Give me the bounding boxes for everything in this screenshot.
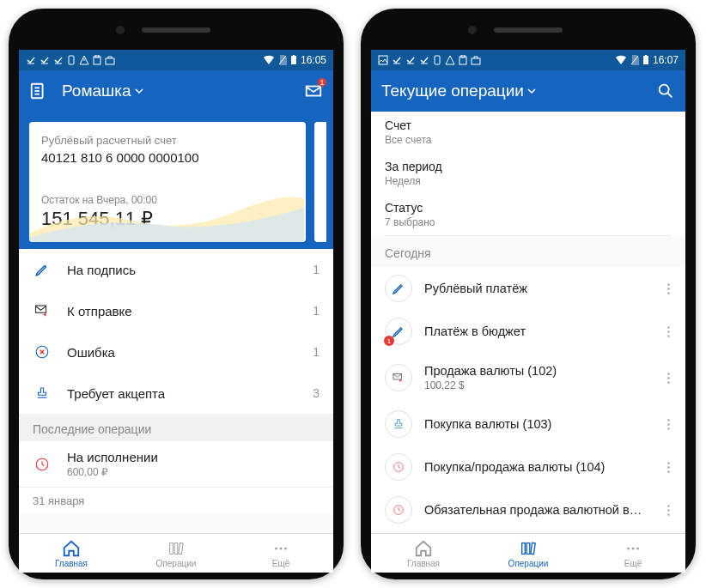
- day-header: Сегодня: [371, 236, 685, 267]
- nav-label: Операции: [508, 559, 549, 568]
- mail-button[interactable]: 1: [304, 82, 323, 100]
- appbar-title: Ромашка: [62, 82, 131, 100]
- org-icon[interactable]: [29, 82, 48, 100]
- check-icon: [40, 55, 50, 65]
- phone-frame-2: 16:07 Текущие операции Счет Все счета За…: [361, 9, 696, 579]
- svg-rect-39: [393, 373, 401, 379]
- svg-line-38: [668, 94, 673, 98]
- svg-rect-9: [291, 56, 296, 64]
- more-button[interactable]: [660, 283, 677, 294]
- account-card[interactable]: Рублёвый расчетный счет 40121 810 6 0000…: [29, 122, 306, 242]
- filter-value: Все счета: [385, 134, 672, 146]
- statusbar-time: 16:05: [301, 54, 326, 66]
- phone-camera: [116, 26, 125, 34]
- screen-2: 16:07 Текущие операции Счет Все счета За…: [371, 50, 685, 573]
- more-button[interactable]: [660, 326, 677, 337]
- date-row: 31 января: [19, 487, 333, 514]
- appbar-title-dropdown[interactable]: Ромашка: [62, 82, 290, 100]
- status-row-sign[interactable]: На подпись 1: [19, 249, 333, 290]
- account-type-label: Рублёвый расчетный счет: [41, 134, 294, 147]
- appbar-title: Текущие операции: [381, 82, 524, 100]
- op-amount: 600,00 ₽: [67, 466, 320, 478]
- svg-point-25: [284, 547, 287, 549]
- more-icon: [624, 539, 642, 558]
- bag-icon: [471, 55, 481, 65]
- filter-label: Статус: [385, 201, 672, 215]
- search-button[interactable]: [656, 82, 675, 100]
- filter-period[interactable]: За период Неделя: [371, 153, 685, 194]
- svg-rect-20: [170, 543, 173, 554]
- op-label: Обязательная продажа валютной вы...: [424, 503, 648, 517]
- svg-rect-33: [472, 58, 480, 64]
- svg-point-46: [627, 547, 630, 549]
- clock-icon: [385, 453, 412, 481]
- op-row[interactable]: Рублёвый платёж: [371, 267, 685, 310]
- image-icon: [378, 55, 388, 65]
- nav-operations[interactable]: Операции: [124, 534, 228, 573]
- filter-account[interactable]: Счет Все счета: [371, 112, 685, 153]
- nav-label: Операции: [156, 559, 197, 568]
- op-amount: 100,22 $: [424, 379, 648, 391]
- nav-more[interactable]: Ещё: [581, 534, 685, 573]
- appbar: Текущие операции: [371, 70, 685, 112]
- phone-frame-1: 16:05 Ромашка 1 Рублёвый расчетный счет …: [9, 9, 344, 579]
- status-row-accept[interactable]: Требует акцепта 3: [19, 373, 333, 414]
- main-content: Счет Все счета За период Неделя Статус 7…: [371, 112, 685, 533]
- bottom-nav: Главная Операции Ещё: [371, 533, 685, 573]
- nav-home[interactable]: Главная: [19, 534, 124, 573]
- warning-icon: [445, 55, 455, 65]
- more-icon: [271, 539, 290, 558]
- nav-home[interactable]: Главная: [371, 534, 476, 573]
- nav-operations[interactable]: Операции: [476, 534, 581, 573]
- no-sim-icon: [630, 55, 639, 65]
- accounts-carousel[interactable]: Рублёвый расчетный счет 40121 810 6 0000…: [19, 112, 333, 249]
- status-label: Требует акцепта: [67, 386, 297, 401]
- statusbar: 16:05: [19, 50, 333, 70]
- statusbar: 16:07: [371, 50, 685, 70]
- svg-point-23: [275, 547, 277, 549]
- bag-icon: [105, 55, 115, 65]
- more-button[interactable]: [660, 462, 677, 473]
- status-row-send[interactable]: К отправке 1: [19, 290, 333, 331]
- filter-status[interactable]: Статус 7 выбрано: [371, 194, 685, 235]
- chevron-down-icon: [135, 87, 143, 95]
- op-row[interactable]: Обязательная продажа валютной вы...: [371, 488, 685, 531]
- nav-label: Ещё: [624, 559, 642, 568]
- svg-rect-21: [174, 543, 178, 554]
- check-icon: [53, 55, 64, 65]
- op-label: Продажа валюты (102): [424, 364, 648, 378]
- appbar-title-dropdown[interactable]: Текущие операции: [381, 82, 642, 100]
- op-row[interactable]: Покупка валюты (103): [371, 403, 685, 446]
- op-row[interactable]: Продажа валюты (102)100,22 $: [371, 353, 685, 403]
- svg-rect-44: [526, 543, 530, 554]
- status-count: 3: [313, 386, 320, 400]
- device-icon: [433, 55, 441, 65]
- svg-rect-10: [293, 55, 295, 56]
- check-icon: [392, 55, 402, 65]
- svg-rect-7: [106, 58, 114, 64]
- status-row-error[interactable]: Ошибка 1: [19, 331, 333, 373]
- nav-label: Главная: [407, 559, 440, 568]
- next-account-peek[interactable]: [314, 122, 326, 242]
- svg-rect-30: [435, 56, 440, 64]
- status-list: На подпись 1 К отправке 1 Ошибка 1 Требу…: [19, 249, 333, 414]
- status-count: 1: [313, 304, 320, 318]
- nav-more[interactable]: Ещё: [228, 534, 333, 573]
- op-row[interactable]: Покупка/продажа валюты (104): [371, 446, 685, 488]
- wifi-icon: [615, 55, 627, 65]
- recent-ops-header: Последние операции: [19, 414, 333, 441]
- recent-op-row[interactable]: На исполнении 600,00 ₽: [19, 441, 333, 487]
- op-row[interactable]: 1 Платёж в бюджет: [371, 310, 685, 353]
- filter-label: За период: [385, 160, 672, 173]
- svg-point-48: [636, 547, 639, 549]
- books-icon: [519, 539, 538, 558]
- more-button[interactable]: [660, 419, 677, 430]
- status-label: К отправке: [67, 304, 297, 318]
- badge-icon: 1: [384, 336, 394, 346]
- more-button[interactable]: [660, 505, 677, 516]
- check-icon: [405, 55, 416, 65]
- nav-label: Ещё: [272, 559, 289, 568]
- more-button[interactable]: [660, 373, 677, 384]
- svg-rect-45: [531, 543, 535, 554]
- clipboard-icon: [459, 55, 467, 65]
